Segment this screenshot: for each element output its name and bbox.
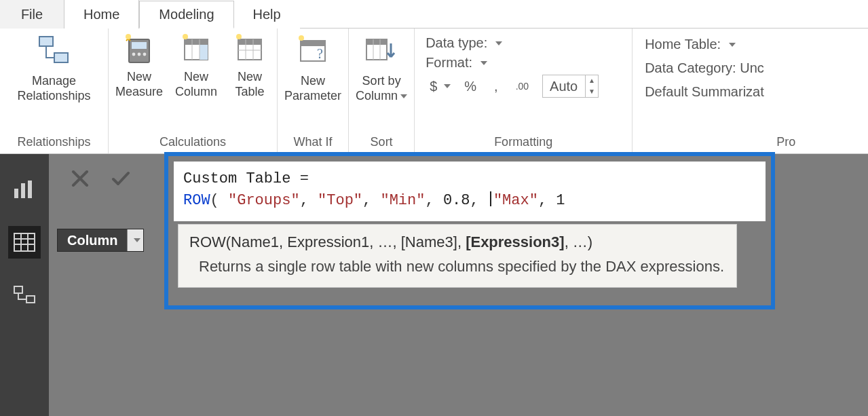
new-table-label: New Table (235, 69, 265, 99)
ribbon-group-whatif: ? New Parameter What If (278, 29, 349, 153)
arg-max: "Max" (493, 192, 538, 209)
left-view-nav (0, 154, 49, 416)
ribbon-group-properties: Home Table: Data Category: Unc Default S… (633, 29, 802, 153)
formula-line-2: ROW( "Groups", "Top", "Min", 0.8, "Max",… (183, 190, 756, 212)
new-column-icon (179, 33, 213, 67)
ribbon-tabstrip: File Home Modeling Help (0, 0, 868, 29)
calculations-group-label: Calculations (159, 132, 226, 153)
tab-home[interactable]: Home (64, 0, 139, 29)
spinner-down[interactable]: ▼ (586, 86, 598, 97)
svg-point-5 (138, 53, 141, 56)
svg-rect-15 (238, 39, 261, 45)
relationships-icon (35, 33, 73, 71)
home-table-dropdown[interactable] (729, 43, 736, 47)
manage-relationships-label: Manage Relationships (17, 73, 90, 103)
formula-highlight-box: Custom Table = ROW( "Groups", "Top", "Mi… (164, 152, 775, 309)
new-column-label: New Column (175, 69, 217, 99)
decimal-format-button[interactable]: .00 (512, 79, 533, 93)
new-column-button[interactable]: New Column (175, 33, 217, 99)
svg-rect-21 (301, 41, 325, 46)
ribbon-group-formatting: Data type: Format: $ % , .00 Auto (415, 29, 633, 153)
formatting-group-label: Formatting (494, 132, 552, 153)
format-dropdown[interactable] (480, 61, 487, 65)
currency-dropdown[interactable] (444, 84, 451, 88)
ribbon-group-sort: Sort by Column Sort (349, 29, 415, 153)
sort-by-column-text: Sort by Column (356, 74, 401, 102)
tab-file[interactable]: File (0, 0, 64, 29)
svg-point-19 (236, 34, 242, 39)
thousands-format-button[interactable]: , (490, 77, 502, 96)
format-label: Format: (426, 55, 472, 71)
sort-by-column-button[interactable]: Sort by Column (356, 33, 407, 103)
default-summarization-label: Default Summarizat (645, 84, 790, 100)
chevron-down-icon (134, 238, 140, 242)
ribbon-group-relationships: Manage Relationships Relationships (0, 29, 109, 153)
commit-formula-button[interactable] (109, 166, 133, 191)
svg-rect-29 (21, 183, 25, 198)
spinner-up[interactable]: ▲ (586, 75, 598, 86)
relationships-group-label: Relationships (17, 132, 90, 153)
svg-rect-25 (366, 39, 387, 45)
svg-rect-30 (28, 181, 32, 198)
check-icon (111, 169, 131, 188)
column-field-label: Column (58, 230, 127, 251)
svg-rect-9 (185, 39, 208, 45)
svg-point-7 (126, 34, 131, 39)
svg-point-6 (143, 53, 147, 56)
svg-point-4 (132, 53, 136, 56)
home-table-label: Home Table: (645, 37, 721, 52)
data-view-button[interactable] (8, 226, 41, 259)
svg-rect-37 (26, 296, 35, 303)
svg-text:?: ? (317, 46, 323, 61)
data-type-dropdown[interactable] (495, 41, 502, 45)
new-table-icon (233, 33, 267, 67)
percent-format-button[interactable]: % (460, 77, 480, 96)
canvas: Column Custom Table = ROW( "Groups", "To… (49, 154, 868, 416)
new-measure-label: New Measure (115, 69, 163, 99)
properties-group-label: Pro (776, 132, 795, 153)
sort-by-column-label: Sort by Column (356, 73, 407, 103)
tooltip-signature: ROW(Name1, Expression1, …, [Name3], [Exp… (189, 231, 725, 253)
sig-current-param: [Expression3] (466, 233, 565, 250)
sig-post: , …) (565, 233, 593, 250)
column-field-dropdown[interactable] (127, 229, 143, 251)
workspace: Column Custom Table = ROW( "Groups", "To… (0, 154, 868, 416)
formula-line-1: Custom Table = (183, 168, 756, 190)
new-parameter-icon: ? (294, 33, 332, 71)
ribbon: Manage Relationships Relationships New M… (0, 29, 868, 154)
new-measure-button[interactable]: New Measure (115, 33, 163, 99)
report-view-button[interactable] (8, 173, 41, 206)
arg-groups: "Groups" (228, 192, 300, 209)
chevron-down-icon (400, 94, 407, 98)
whatif-group-label: What If (294, 132, 333, 153)
model-view-icon (13, 285, 36, 305)
new-table-button[interactable]: New Table (229, 33, 270, 99)
svg-rect-31 (14, 233, 35, 251)
data-view-icon (13, 232, 36, 252)
cancel-formula-button[interactable] (68, 166, 92, 191)
column-field-well[interactable]: Column (57, 229, 144, 252)
formula-bar[interactable]: Custom Table = ROW( "Groups", "Top", "Mi… (174, 162, 766, 221)
tooltip-description: Returns a single row table with new colu… (189, 256, 725, 278)
decimal-places-value: Auto (543, 77, 585, 96)
svg-rect-10 (200, 45, 208, 60)
svg-rect-1 (54, 53, 68, 62)
svg-point-23 (299, 35, 304, 41)
manage-relationships-button[interactable]: Manage Relationships (17, 33, 90, 103)
currency-format-button[interactable]: $ (426, 77, 441, 96)
data-type-label: Data type: (426, 35, 487, 51)
svg-rect-36 (14, 286, 22, 293)
sort-group-label: Sort (371, 132, 393, 153)
new-parameter-button[interactable]: ? New Parameter (284, 33, 341, 103)
close-icon (71, 169, 90, 188)
arg-0-8: 0.8 (443, 192, 470, 209)
model-view-button[interactable] (8, 279, 41, 311)
dax-keyword: ROW (183, 192, 210, 209)
svg-point-13 (183, 34, 188, 39)
tab-help[interactable]: Help (234, 0, 300, 29)
svg-rect-0 (39, 37, 53, 46)
tab-modeling[interactable]: Modeling (139, 1, 233, 29)
ribbon-group-calculations: New Measure New Column (109, 29, 278, 153)
decimal-places-spinner[interactable]: Auto ▲ ▼ (542, 75, 599, 98)
arg-top: "Top" (318, 192, 362, 209)
